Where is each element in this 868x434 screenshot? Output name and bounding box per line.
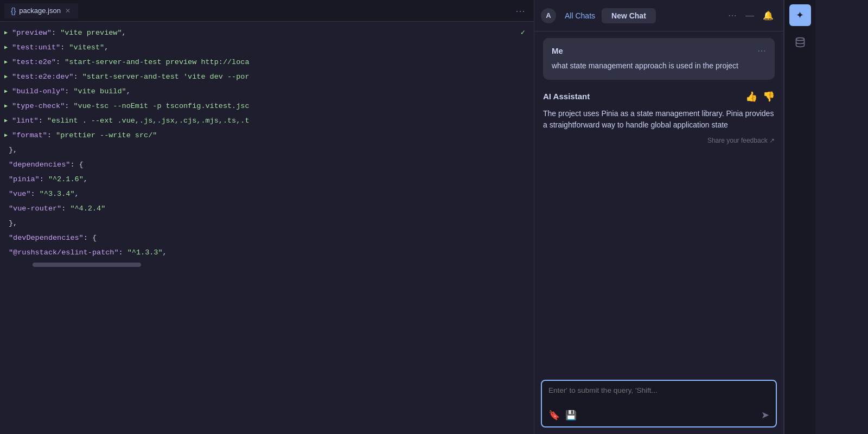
check-icon: ✓ (510, 27, 525, 39)
send-button[interactable]: ➤ (761, 409, 769, 421)
run-button[interactable]: ▶ (4, 58, 8, 67)
code-text: }, (9, 144, 17, 156)
code-text: "@rushstack/eslint-patch": "^1.3.3", (9, 247, 167, 259)
database-icon[interactable] (789, 31, 811, 53)
run-button[interactable]: ▶ (4, 102, 8, 111)
bookmark-icon[interactable]: 🔖 (548, 410, 560, 421)
code-text: "test:e2e": "start-server-and-test previ… (12, 56, 249, 68)
svg-point-0 (796, 38, 804, 41)
user-message-bubble: Me ⋯ what state management approach is u… (543, 38, 775, 80)
code-text: }, (9, 218, 17, 229)
user-message-header: Me ⋯ (552, 46, 766, 56)
code-line: ▶"test:e2e:dev": "start-server-and-test … (0, 70, 534, 85)
code-line: "dependencies": { (0, 158, 534, 173)
code-text: "dependencies": { (9, 159, 84, 171)
ai-message: AI Assistant 👍 👎 The project uses Pinia … (543, 88, 775, 146)
tab-icon: {} (11, 7, 16, 15)
code-line: ▶"lint": "eslint . --ext .vue,.js,.jsx,.… (0, 114, 534, 129)
run-button[interactable]: ▶ (4, 43, 8, 53)
chat-input-icons: 🔖 💾 (548, 410, 577, 421)
code-line: "vue-router": "^4.2.4" (0, 202, 534, 216)
code-line: "devDependencies": { (0, 231, 534, 246)
chat-header-actions: ⋯ — 🔔 (725, 8, 777, 23)
code-line: ▶"type-check": "vue-tsc --noEmit -p tsco… (0, 99, 534, 114)
code-line: }, (0, 216, 534, 231)
code-text: "devDependencies": { (9, 232, 97, 244)
code-line: "pinia": "^2.1.6", (0, 173, 534, 187)
code-text: "format": "prettier --write src/" (12, 130, 157, 142)
code-text: "build-only": "vite build", (12, 86, 131, 98)
user-message-text: what state management approach is used i… (552, 60, 766, 72)
code-line: "vue": "^3.3.4", (0, 187, 534, 202)
chat-input[interactable] (548, 386, 769, 404)
tab-all-chats[interactable]: All Chats (560, 9, 599, 22)
code-line: ▶"preview": "vite preview",✓ (0, 26, 534, 41)
avatar: A (541, 8, 556, 23)
run-button[interactable]: ▶ (4, 73, 8, 82)
chat-nav-tabs: All Chats New Chat (560, 8, 720, 23)
right-sidebar: ✦ (784, 0, 815, 434)
code-text: "preview": "vite preview", (12, 27, 126, 39)
feedback-link[interactable]: Share your feedback (543, 137, 775, 144)
chat-header: A All Chats New Chat ⋯ — 🔔 (534, 0, 783, 31)
ai-message-text: The project uses Pinia as a state manage… (543, 108, 775, 131)
editor-panel: {} package.json ✕ ⋯ ▶"preview": "vite pr… (0, 0, 534, 434)
chat-input-area: 🔖 💾 ➤ (541, 380, 777, 427)
code-line: ▶"test:unit": "vitest", (0, 41, 534, 55)
ai-assistant-icon[interactable]: ✦ (789, 4, 811, 26)
run-button[interactable]: ▶ (4, 131, 8, 141)
run-button[interactable]: ▶ (4, 117, 8, 126)
tab-new-chat[interactable]: New Chat (602, 8, 656, 23)
thumbup-button[interactable]: 👍 (745, 91, 757, 103)
run-button[interactable]: ▶ (4, 87, 8, 97)
horizontal-scrollbar[interactable] (33, 263, 141, 267)
chat-messages: Me ⋯ what state management approach is u… (534, 31, 783, 375)
code-line: ▶"test:e2e": "start-server-and-test prev… (0, 55, 534, 70)
tab-filename: package.json (19, 7, 61, 15)
code-text: "lint": "eslint . --ext .vue,.js,.jsx,.c… (12, 115, 249, 127)
run-button[interactable]: ▶ (4, 29, 8, 38)
editor-tab-bar: {} package.json ✕ ⋯ (0, 0, 534, 22)
chat-panel: A All Chats New Chat ⋯ — 🔔 Me ⋯ what sta… (534, 0, 784, 434)
user-message-more[interactable]: ⋯ (757, 46, 766, 56)
code-line: "@rushstack/eslint-patch": "^1.3.3", (0, 246, 534, 260)
code-line: ▶"format": "prettier --write src/" (0, 129, 534, 143)
chat-input-footer: 🔖 💾 ➤ (548, 409, 769, 421)
chat-more-button[interactable]: ⋯ (725, 8, 740, 23)
code-line: }, (0, 143, 534, 158)
code-text: "test:unit": "vitest", (12, 42, 108, 54)
user-sender-label: Me (552, 46, 563, 55)
code-text: "vue-router": "^4.2.4" (9, 203, 105, 215)
code-text: "vue": "^3.3.4", (9, 188, 79, 200)
ai-sender-label: AI Assistant (543, 92, 590, 101)
thumbdown-button[interactable]: 👎 (763, 91, 775, 103)
code-text: "test:e2e:dev": "start-server-and-test '… (12, 71, 249, 83)
ai-actions: 👍 👎 (745, 91, 775, 103)
notification-button[interactable]: 🔔 (760, 8, 777, 23)
editor-more-button[interactable]: ⋯ (511, 3, 529, 19)
editor-tab[interactable]: {} package.json ✕ (4, 3, 78, 18)
editor-content: ▶"preview": "vite preview",✓▶"test:unit"… (0, 22, 534, 434)
save-icon[interactable]: 💾 (565, 410, 577, 421)
code-line: ▶"build-only": "vite build", (0, 85, 534, 99)
tab-close-button[interactable]: ✕ (64, 7, 72, 15)
code-text: "pinia": "^2.1.6", (9, 174, 88, 186)
minimize-button[interactable]: — (742, 9, 757, 23)
ai-message-header: AI Assistant 👍 👎 (543, 91, 775, 103)
code-lines: ▶"preview": "vite preview",✓▶"test:unit"… (0, 26, 534, 260)
code-text: "type-check": "vue-tsc --noEmit -p tscon… (12, 100, 249, 112)
